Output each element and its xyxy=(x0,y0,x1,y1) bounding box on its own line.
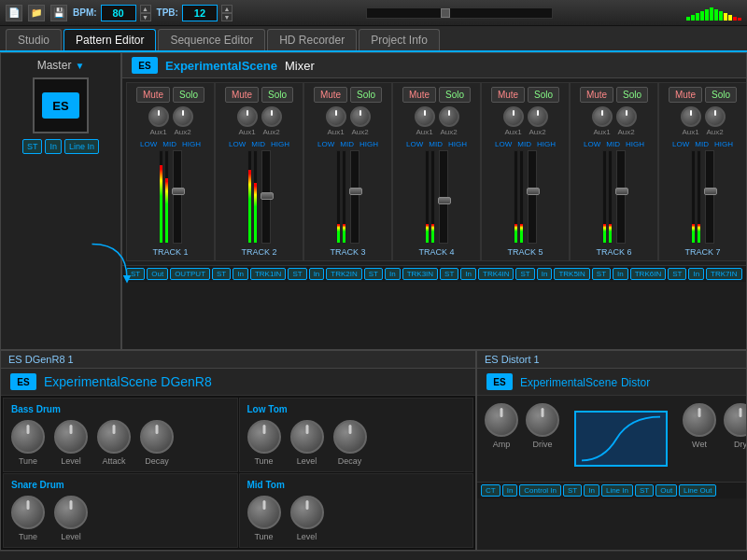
bottom-scrollbar[interactable] xyxy=(0,551,747,560)
distort-bottom-tag-4[interactable]: In xyxy=(584,484,599,497)
fader-thumb-2[interactable] xyxy=(261,192,274,200)
mixer-bottom-tag-9[interactable]: ST xyxy=(364,268,383,280)
solo-btn-2[interactable]: Solo xyxy=(261,87,293,103)
mixer-bottom-tag-0[interactable]: ST xyxy=(126,268,145,280)
mixer-bottom-tag-4[interactable]: In xyxy=(233,268,248,280)
mute-btn-2[interactable]: Mute xyxy=(225,87,259,103)
bpm-down[interactable]: ▼ xyxy=(140,13,151,21)
midtom-knob-2[interactable] xyxy=(290,496,324,529)
aux2-knob-4[interactable] xyxy=(439,106,459,127)
mixer-bottom-tag-1[interactable]: Out xyxy=(147,268,168,280)
mixer-bottom-tag-12[interactable]: ST xyxy=(440,268,458,280)
mixer-bottom-tag-2[interactable]: OUTPUT xyxy=(170,268,210,280)
mixer-bottom-tag-18[interactable]: ST xyxy=(592,268,611,280)
aux2-knob-2[interactable] xyxy=(261,106,282,127)
aux1-knob-1[interactable] xyxy=(148,106,169,127)
distort-wet-knob[interactable] xyxy=(683,403,716,437)
mute-btn-4[interactable]: Mute xyxy=(402,87,436,103)
tab-pattern-editor[interactable]: Pattern Editor xyxy=(63,29,156,50)
fader-thumb-4[interactable] xyxy=(438,197,451,204)
mixer-bottom-tag-10[interactable]: In xyxy=(385,268,401,280)
fader-thumb-6[interactable] xyxy=(615,188,628,195)
lowtom-tune-knob[interactable] xyxy=(247,420,281,454)
mixer-bottom-tag-20[interactable]: TRK6IN xyxy=(630,268,666,280)
tpb-input[interactable] xyxy=(182,5,218,21)
midtom-knob-1[interactable] xyxy=(247,496,281,529)
aux1-knob-6[interactable] xyxy=(592,106,613,127)
aux2-knob-6[interactable] xyxy=(616,106,637,127)
open-file-icon[interactable]: 📁 xyxy=(28,5,45,21)
bass-attack-knob[interactable] xyxy=(97,420,131,454)
fader-thumb-5[interactable] xyxy=(527,188,540,195)
distort-bottom-tag-0[interactable]: CT xyxy=(481,484,500,497)
master-linein-btn[interactable]: Line In xyxy=(64,139,99,154)
master-icon-box[interactable]: ES xyxy=(33,77,89,133)
mixer-bottom-tag-14[interactable]: TRK4IN xyxy=(478,268,514,280)
solo-btn-4[interactable]: Solo xyxy=(439,87,471,103)
distort-drive-knob[interactable] xyxy=(526,403,559,437)
mixer-bottom-tag-19[interactable]: In xyxy=(613,268,628,280)
mixer-bottom-tag-13[interactable]: In xyxy=(460,268,476,280)
aux1-knob-5[interactable] xyxy=(503,106,524,127)
mixer-bottom-tag-21[interactable]: ST xyxy=(668,268,686,280)
distort-bottom-tag-1[interactable]: In xyxy=(502,484,518,497)
master-menu-icon[interactable]: ▼ xyxy=(75,61,84,71)
tpb-up[interactable]: ▲ xyxy=(221,5,233,13)
mute-btn-6[interactable]: Mute xyxy=(580,87,613,103)
snare-knob-2[interactable] xyxy=(54,496,88,529)
lowtom-decay-knob[interactable] xyxy=(333,420,367,454)
transport-thumb[interactable] xyxy=(441,8,450,18)
aux1-knob-3[interactable] xyxy=(326,106,346,127)
fader-track-3[interactable] xyxy=(350,150,359,244)
mixer-bottom-tag-7[interactable]: In xyxy=(309,268,325,280)
distort-dry-knob[interactable] xyxy=(724,403,747,437)
mute-btn-3[interactable]: Mute xyxy=(314,87,347,103)
distort-bottom-tag-6[interactable]: ST xyxy=(635,484,654,497)
aux2-knob-1[interactable] xyxy=(173,106,193,127)
solo-btn-3[interactable]: Solo xyxy=(350,87,382,103)
aux1-knob-4[interactable] xyxy=(415,106,435,127)
bpm-input[interactable] xyxy=(101,5,136,21)
snare-knob-1[interactable] xyxy=(11,496,45,529)
mixer-bottom-tag-11[interactable]: TRK3IN xyxy=(402,268,438,280)
solo-btn-6[interactable]: Solo xyxy=(616,87,648,103)
mixer-bottom-tag-5[interactable]: TRK1IN xyxy=(250,268,286,280)
tab-sequence-editor[interactable]: Sequence Editor xyxy=(158,29,265,50)
mixer-bottom-tag-16[interactable]: In xyxy=(537,268,553,280)
aux2-knob-7[interactable] xyxy=(705,106,726,127)
solo-btn-1[interactable]: Solo xyxy=(173,87,204,103)
distort-bottom-tag-8[interactable]: Line Out xyxy=(679,484,716,497)
lowtom-level-knob[interactable] xyxy=(290,420,324,454)
solo-btn-5[interactable]: Solo xyxy=(528,87,559,103)
transport-bar[interactable] xyxy=(366,7,553,19)
distort-bottom-tag-3[interactable]: ST xyxy=(563,484,582,497)
mute-btn-1[interactable]: Mute xyxy=(136,87,170,103)
mixer-bottom-tag-22[interactable]: In xyxy=(688,268,704,280)
aux2-knob-3[interactable] xyxy=(350,106,371,127)
tab-hd-recorder[interactable]: HD Recorder xyxy=(267,29,357,50)
bass-level-knob[interactable] xyxy=(54,420,88,454)
mixer-bottom-tag-15[interactable]: ST xyxy=(515,268,534,280)
mixer-bottom-tag-23[interactable]: TRK7IN xyxy=(706,268,741,280)
mixer-bottom-tag-6[interactable]: ST xyxy=(288,268,306,280)
mute-btn-5[interactable]: Mute xyxy=(491,87,525,103)
aux1-knob-7[interactable] xyxy=(681,106,701,127)
solo-btn-7[interactable]: Solo xyxy=(705,87,737,103)
new-file-icon[interactable]: 📄 xyxy=(6,5,22,21)
mixer-bottom-tag-17[interactable]: TRK5IN xyxy=(554,268,589,280)
tab-project-info[interactable]: Project Info xyxy=(359,29,440,50)
master-in-btn[interactable]: In xyxy=(45,139,62,154)
mute-btn-7[interactable]: Mute xyxy=(669,87,702,103)
fader-thumb-3[interactable] xyxy=(349,188,362,195)
save-file-icon[interactable]: 💾 xyxy=(50,5,67,21)
bpm-up[interactable]: ▲ xyxy=(140,5,151,13)
bass-decay-knob[interactable] xyxy=(140,420,174,454)
aux2-knob-5[interactable] xyxy=(528,106,548,127)
aux1-knob-2[interactable] xyxy=(237,106,258,127)
distort-bottom-tag-7[interactable]: Out xyxy=(655,484,677,497)
fader-track-1[interactable] xyxy=(173,150,182,244)
fader-track-6[interactable] xyxy=(616,150,626,244)
tpb-spinner[interactable]: ▲ ▼ xyxy=(221,5,233,21)
distort-bottom-tag-5[interactable]: Line In xyxy=(601,484,633,497)
fader-thumb-1[interactable] xyxy=(172,188,185,195)
